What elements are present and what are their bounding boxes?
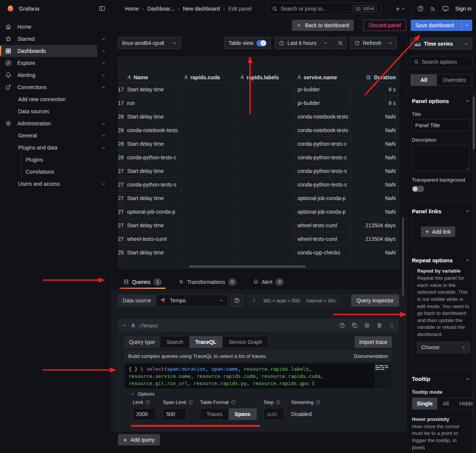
page-scrollbar-thumb[interactable]	[402, 217, 404, 296]
table-row[interactable]: 27wheel-tests-cumlwheel-tests-cuml213504…	[118, 232, 399, 246]
chevron-up-icon[interactable]	[99, 49, 108, 54]
sidebar-toggle-icon[interactable]	[99, 5, 105, 12]
table-row[interactable]: 28conda-notebook-testsconda-notebook-tes…	[118, 123, 399, 137]
tab-queries[interactable]: Queries1	[123, 275, 163, 289]
back-to-dashboard-button[interactable]: Back to dashboard	[292, 20, 354, 31]
table-row[interactable]: 17Start delay timepr-builder8 s	[118, 83, 399, 96]
sidebar-item-general[interactable]: General	[0, 129, 111, 142]
option-input-span-limit[interactable]	[163, 408, 186, 420]
tab-alert[interactable]: Alert0	[252, 275, 285, 289]
chevron-down-icon[interactable]	[99, 61, 108, 66]
chevron-right-icon[interactable]	[252, 298, 256, 303]
datasource-help-button[interactable]	[231, 294, 243, 307]
add-query-button[interactable]: + Add query	[118, 434, 160, 445]
sidebar-item-dashboards[interactable]: Dashboards	[0, 45, 111, 57]
column-header-name[interactable]: AName	[124, 72, 181, 82]
table-row[interactable]: 28conda-python-tests-cconda-python-tests…	[118, 151, 399, 164]
sidebar-item-explore[interactable]: Explore	[0, 57, 111, 69]
table-row[interactable]: 27Start delay timeconda-python-tests-sNa…	[118, 164, 399, 178]
sidebar-item-data-sources[interactable]: Data sources	[0, 105, 111, 117]
help-icon[interactable]	[417, 5, 424, 12]
sidebar-item-add-new-connection[interactable]: Add new connection	[0, 93, 111, 105]
table-row[interactable]: 17runpr-builder8 s	[118, 96, 399, 110]
monitor-icon[interactable]	[442, 5, 449, 12]
options-search[interactable]	[410, 56, 472, 68]
table-row[interactable]: 28Start delay timeconda-notebook-testsNa…	[118, 110, 399, 123]
option-input-step[interactable]	[264, 408, 284, 420]
table-row[interactable]: 27Start delay timeoptional-job-conda-pNa…	[118, 191, 399, 205]
visualization-picker[interactable]: Time series	[410, 38, 472, 49]
chevron-down-icon[interactable]	[99, 182, 108, 186]
table-row[interactable]: 27optional-job-conda-poptional-job-conda…	[118, 205, 399, 219]
chevron-up-icon[interactable]	[99, 121, 108, 126]
table-row[interactable]: 27conda-python-tests-sconda-python-tests…	[118, 178, 399, 191]
breadcrumb-item-dashboar[interactable]: Dashboar...	[147, 6, 175, 12]
sign-in-link[interactable]: Sign in	[455, 6, 471, 12]
disable-query-icon[interactable]	[364, 322, 370, 328]
chevron-down-icon[interactable]	[99, 73, 108, 78]
variable-dropdown[interactable]: linux-amd64-cpu8	[118, 37, 181, 49]
chevron-up-icon[interactable]	[99, 145, 108, 150]
drag-handle-icon[interactable]	[389, 323, 394, 328]
import-trace-button[interactable]: Import trace	[355, 336, 392, 348]
sidebar-item-administration[interactable]: Administration	[0, 117, 111, 129]
add-menu-button[interactable]: +	[396, 5, 405, 12]
panel-options-section[interactable]: Panel options	[412, 98, 470, 104]
column-header-rapids-labels[interactable]: Arapids.labels	[237, 72, 294, 82]
scope-all[interactable]: All	[411, 74, 437, 86]
breadcrumb-item-home[interactable]: Home	[125, 6, 139, 12]
query-type-traceql[interactable]: TraceQL	[189, 336, 223, 348]
options-scrollbar-track[interactable]	[473, 94, 475, 453]
table-row[interactable]: 28Start delay timeconda-python-tests-cNa…	[118, 137, 399, 151]
sidebar-item-alerting[interactable]: Alerting	[0, 69, 111, 81]
search-input[interactable]	[281, 6, 349, 12]
datasource-picker[interactable]: Tempo	[156, 294, 228, 307]
news-icon[interactable]	[430, 5, 436, 12]
option-input-limit[interactable]	[133, 408, 156, 420]
sidebar-item-users-and-access[interactable]: Users and access	[0, 178, 111, 190]
panel-description-textarea[interactable]	[412, 145, 470, 171]
chevron-down-icon[interactable]	[99, 37, 108, 42]
table-row[interactable]: 25Start delay timeconda-cpp-checksNaN	[118, 246, 399, 259]
panel-title-input[interactable]	[412, 119, 470, 131]
sidebar-item-correlations[interactable]: Correlations	[0, 166, 111, 178]
query-type-search[interactable]: Search	[160, 336, 189, 348]
traceql-code-editor[interactable]: { } | select(span:duration, span:name, r…	[124, 363, 392, 389]
sidebar-item-home[interactable]: Home	[0, 21, 111, 33]
chevron-down-icon[interactable]	[388, 41, 393, 45]
chevron-down-icon[interactable]	[99, 133, 108, 138]
column-header-service-name[interactable]: Aservice.name	[295, 72, 351, 82]
table-horizontal-scrollbar[interactable]	[189, 265, 306, 268]
sidebar-item-plugins-and-data[interactable]: Plugins and data	[0, 142, 111, 154]
save-dashboard-button[interactable]: Save dashboard	[411, 20, 472, 31]
tooltip-section[interactable]: Tooltip	[412, 376, 470, 382]
discard-panel-button[interactable]: Discard panel	[363, 20, 406, 31]
zoom-out-button[interactable]	[333, 37, 347, 49]
breadcrumb-item-new-dashboard[interactable]: New dashboard	[183, 6, 220, 12]
transparent-background-toggle[interactable]	[412, 186, 424, 192]
collapse-query-icon[interactable]	[122, 323, 127, 328]
chevron-up-icon[interactable]	[99, 85, 108, 90]
tooltip-mode-all[interactable]: All	[437, 398, 455, 409]
time-range-picker[interactable]: Last 6 hours	[275, 37, 332, 49]
repeat-variable-dropdown[interactable]: Choose	[417, 342, 470, 353]
table-view-toggle[interactable]	[256, 40, 267, 46]
sidebar-item-connections[interactable]: Connections	[0, 81, 111, 93]
documentation-link[interactable]: Documentation	[354, 353, 388, 359]
options-scrollbar-thumb[interactable]	[473, 97, 475, 149]
table-format-traces[interactable]: Traces	[200, 408, 228, 420]
breadcrumb-item-edit-panel[interactable]: Edit panel	[228, 6, 252, 12]
table-row[interactable]: 27Start delay timewheel-tests-cuml213504…	[118, 219, 399, 232]
table-format-spans[interactable]: Spans	[229, 408, 256, 420]
query-inspector-button[interactable]: Query inspector	[351, 294, 399, 307]
scope-overrides[interactable]: Overrides	[437, 74, 472, 86]
delete-query-icon[interactable]	[376, 322, 382, 328]
add-link-button[interactable]: + Add link	[421, 226, 455, 237]
options-collapse[interactable]: Options	[131, 391, 155, 397]
options-search-input[interactable]	[422, 59, 469, 65]
repeat-options-section[interactable]: Repeat options	[412, 257, 470, 263]
column-header-duration[interactable]: Duration	[351, 72, 399, 82]
sidebar-item-plugins[interactable]: Plugins	[0, 154, 111, 166]
refresh-button[interactable]: Refresh	[350, 37, 397, 49]
sidebar-item-starred[interactable]: Starred	[0, 33, 111, 45]
